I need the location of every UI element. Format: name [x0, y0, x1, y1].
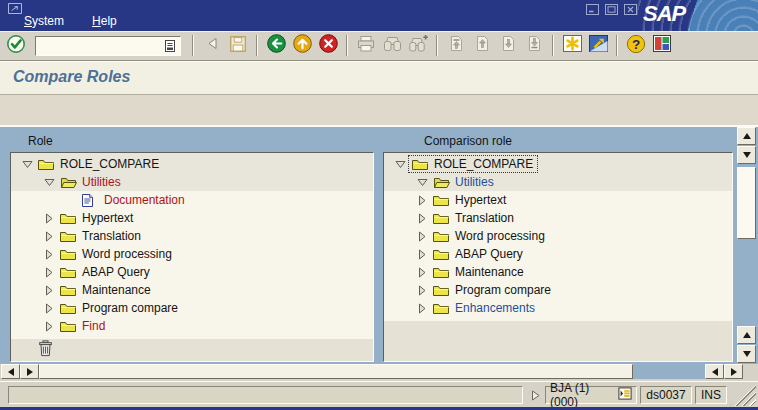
expander-right-icon[interactable] [414, 195, 430, 206]
cancel-icon [318, 33, 339, 58]
create-shortcut-button[interactable] [586, 34, 610, 58]
system-id: BJA (1) (000) [550, 381, 618, 409]
expander-right-icon[interactable] [41, 267, 57, 278]
sap-logo: SAP [637, 0, 758, 31]
tree-item-program-compare[interactable]: Program compare [11, 299, 373, 317]
new-session-button[interactable] [560, 34, 584, 58]
tree-node: Enhancements [430, 300, 539, 316]
tree-item-word-processing[interactable]: Word processing [11, 245, 373, 263]
tree-item-find[interactable]: Find [11, 317, 373, 335]
folder-icon [57, 265, 79, 279]
tree-item-label: Maintenance [452, 265, 524, 279]
find-button[interactable] [380, 34, 404, 58]
expander-down-icon[interactable] [392, 160, 408, 169]
scroll-left-button-right[interactable] [705, 364, 724, 379]
tree-item-label: Translation [79, 229, 141, 243]
expander-right-icon[interactable] [41, 285, 57, 296]
expander-right-icon[interactable] [41, 213, 57, 224]
scroll-right-button-right[interactable] [724, 364, 743, 379]
scroll-down-button-bottom[interactable] [737, 345, 756, 363]
find-next-button[interactable] [406, 34, 430, 58]
print-button[interactable] [354, 34, 378, 58]
vertical-scrollbar-thumb[interactable] [737, 167, 756, 239]
help-button[interactable]: ? [624, 34, 648, 58]
menu-system[interactable]: System [24, 14, 64, 28]
command-input[interactable] [38, 37, 164, 55]
tree-item-translation[interactable]: Translation [384, 209, 732, 227]
expander-right-icon[interactable] [414, 267, 430, 278]
tree-item-maintenance[interactable]: Maintenance [11, 281, 373, 299]
tree-item-hypertext[interactable]: Hypertext [11, 209, 373, 227]
tree-node: Translation [430, 210, 518, 226]
trash-icon[interactable] [38, 340, 53, 361]
expander-down-icon[interactable] [41, 178, 57, 187]
tree-item-label: Utilities [79, 175, 121, 189]
system-list-icon[interactable] [618, 387, 632, 403]
tree-item-translation[interactable]: Translation [11, 227, 373, 245]
expander-right-icon[interactable] [41, 231, 57, 242]
scroll-up-button-bottom[interactable] [737, 326, 756, 344]
last-page-button[interactable] [522, 34, 546, 58]
horizontal-scrollbar[interactable] [0, 364, 758, 380]
tree-item-documentation[interactable]: Documentation [11, 191, 373, 209]
enter-button[interactable] [4, 34, 28, 58]
resize-grip[interactable] [730, 385, 756, 406]
tree-item-label: Utilities [452, 175, 494, 189]
role-label: Role [28, 134, 53, 148]
tree-item-label: Translation [452, 211, 514, 225]
minimize-icon[interactable] [585, 3, 599, 15]
tree-item-word-processing[interactable]: Word processing [384, 227, 732, 245]
vertical-scrollbar[interactable] [737, 127, 756, 363]
exit-button[interactable] [290, 34, 314, 58]
save-button[interactable] [226, 34, 250, 58]
expander-right-icon[interactable] [414, 303, 430, 314]
tree-item-program-compare[interactable]: Program compare [384, 281, 732, 299]
expander-down-icon[interactable] [19, 160, 35, 169]
tree-item-role-compare[interactable]: ROLE_COMPARE [11, 155, 373, 173]
tree-item-utilities[interactable]: Utilities [11, 173, 373, 191]
folder-icon [430, 193, 452, 207]
folder-icon [430, 247, 452, 261]
menu-help[interactable]: Help [92, 14, 117, 28]
customize-layout-button[interactable] [650, 34, 674, 58]
status-expand-button[interactable] [528, 388, 542, 402]
sap-logo-text: SAP [643, 1, 685, 27]
expander-right-icon[interactable] [414, 213, 430, 224]
tree-item-label: Program compare [79, 301, 178, 315]
folder-open-icon [430, 175, 452, 189]
tree-item-abap-query[interactable]: ABAP Query [384, 245, 732, 263]
triangle-left-button[interactable] [200, 34, 224, 58]
expander-right-icon[interactable] [41, 303, 57, 314]
status-system-field[interactable]: BJA (1) (000) [545, 386, 637, 404]
folder-icon [57, 247, 79, 261]
tree-item-role-compare[interactable]: ROLE_COMPARE [384, 155, 732, 173]
close-icon[interactable] [623, 3, 637, 15]
expander-down-icon[interactable] [414, 178, 430, 187]
expander-right-icon[interactable] [414, 285, 430, 296]
tree-item-enhancements[interactable]: Enhancements [384, 299, 732, 317]
tree-item-label: ABAP Query [79, 265, 150, 279]
expander-right-icon[interactable] [414, 231, 430, 242]
scroll-right-button[interactable] [20, 364, 39, 379]
expander-right-icon[interactable] [414, 249, 430, 260]
expander-right-icon[interactable] [41, 321, 57, 332]
tree-item-maintenance[interactable]: Maintenance [384, 263, 732, 281]
arrow-right-icon [27, 368, 33, 376]
tree-item-abap-query[interactable]: ABAP Query [11, 263, 373, 281]
cancel-button[interactable] [316, 34, 340, 58]
next-page-button[interactable] [496, 34, 520, 58]
tree-item-hypertext[interactable]: Hypertext [384, 191, 732, 209]
command-history-icon[interactable] [164, 39, 178, 53]
scroll-left-button[interactable] [1, 364, 20, 379]
expander-right-icon[interactable] [41, 249, 57, 260]
maximize-icon[interactable] [604, 3, 618, 15]
horizontal-scrollbar-thumb[interactable] [39, 364, 633, 379]
back-button[interactable] [264, 34, 288, 58]
scroll-up-button[interactable] [737, 127, 756, 145]
tree-item-utilities[interactable]: Utilities [384, 173, 732, 191]
help-icon: ? [626, 34, 646, 58]
scroll-down-button[interactable] [737, 146, 756, 164]
first-page-button[interactable] [444, 34, 468, 58]
previous-page-button[interactable] [470, 34, 494, 58]
tree-node: ROLE_COMPARE [35, 156, 163, 172]
